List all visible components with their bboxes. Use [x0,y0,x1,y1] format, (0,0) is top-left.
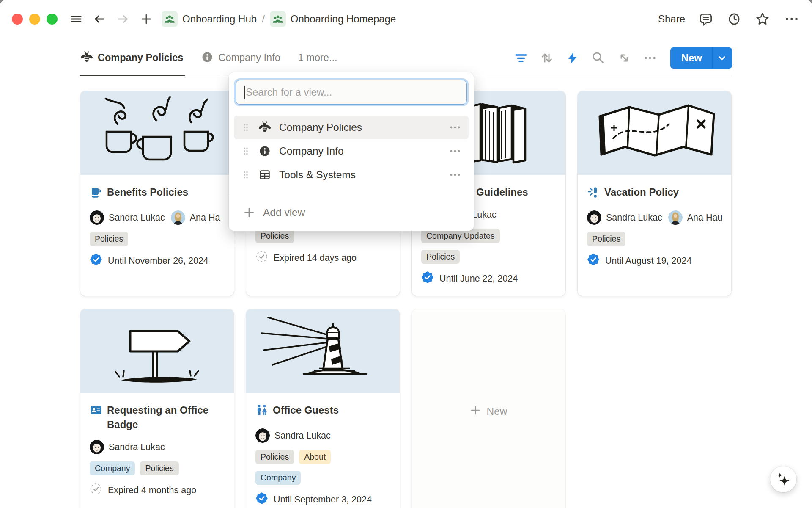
tag-policies: Policies [90,232,128,246]
status-text: Expired 4 months ago [108,485,196,496]
drag-handle-icon[interactable] [243,147,248,155]
info-icon [258,145,271,157]
card-cover-signpost [80,309,234,393]
filter-icon[interactable] [514,51,528,65]
view-toolbar: New [514,47,732,69]
ai-sparkle-button[interactable] [770,466,796,492]
search-icon[interactable] [591,51,606,65]
forward-arrow-icon[interactable] [116,12,130,26]
top-bar: Onboarding Hub / Onboarding Homepage Sha… [0,0,812,38]
sidebar-menu-icon[interactable] [69,12,83,26]
bee-icon [80,51,93,65]
view-row-label: Company Info [279,145,449,157]
table-icon [258,168,271,181]
person-name: Sandra Lukac [606,213,662,223]
new-card-label: New [486,406,507,417]
tab-label: Company Info [218,52,280,64]
person-name: Sandra Lukac [109,442,165,453]
favorite-star-icon[interactable] [755,11,770,27]
card-title-text: Vacation Policy [604,185,679,202]
tag-policies: Policies [255,450,294,464]
card-requesting-an-office-badge[interactable]: Requesting an Office BadgeSandra LukacCo… [80,309,234,508]
status-text: Until August 19, 2024 [605,256,691,266]
tab-company-policies[interactable]: Company Policies [80,40,183,76]
tag-row: PoliciesAbout [255,450,390,464]
view-row-menu-icon[interactable] [449,149,461,154]
view-search-input[interactable] [236,80,467,105]
window-controls [12,14,58,25]
card-office-guests[interactable]: Office GuestsSandra LukacPoliciesAboutCo… [246,309,400,508]
sort-icon[interactable] [540,51,554,65]
view-row-menu-icon[interactable] [449,172,461,177]
card-title-text: Requesting an Office Badge [107,403,225,432]
tag-row: Policies [587,232,722,246]
breadcrumb: Onboarding Hub / Onboarding Homepage [162,11,396,27]
drag-handle-icon[interactable] [243,123,248,132]
verified-icon [90,253,102,268]
verified-icon [255,492,268,507]
person-row: Sandra LukacAna Hau [587,210,730,225]
expand-view-icon[interactable] [617,51,631,65]
status-text: Until June 22, 2024 [439,273,518,284]
more-views-link[interactable]: 1 more... [298,52,337,64]
new-card-button[interactable]: New [412,309,565,508]
alert-icon [587,186,600,202]
zoom-window-button[interactable] [47,14,58,25]
close-window-button[interactable] [12,14,23,25]
tag-company-updates: Company Updates [421,229,500,243]
tag-policies: Policies [421,250,460,264]
view-row-tools-systems[interactable]: Tools & Systems [229,163,474,187]
info-icon [201,51,214,65]
person-name: Sandra Lukac [109,213,165,223]
dashed-check-icon [90,483,102,498]
view-tab-bar: Company Policies Company Info 1 more... [80,40,732,76]
breadcrumb-separator: / [262,13,265,25]
add-view-button[interactable]: Add view [229,196,474,229]
history-clock-icon[interactable] [727,11,742,27]
new-button[interactable]: New [670,47,732,69]
view-list: Company PoliciesCompany InfoTools & Syst… [229,116,474,187]
share-button[interactable]: Share [658,13,685,25]
tag-policies: Policies [255,229,294,243]
view-row-menu-icon[interactable] [449,125,461,130]
verified-icon [421,271,434,286]
tag-row: Policies [421,250,556,264]
view-row-company-policies[interactable]: Company Policies [234,116,469,139]
status-row: Expired 14 days ago [255,251,390,265]
card-benefits-policies[interactable]: Benefits PoliciesSandra LukacAna HaPolic… [80,91,234,296]
tag-row: Policies [255,229,390,243]
onboarding-hub-icon [162,11,178,27]
status-text: Expired 14 days ago [274,253,357,263]
more-options-icon[interactable] [783,12,800,26]
view-row-company-info[interactable]: Company Info [229,139,474,163]
onboarding-homepage-icon [270,11,286,27]
view-row-label: Tools & Systems [279,169,449,181]
topbar-actions: Share [658,11,800,27]
automations-lightning-icon[interactable] [565,51,580,65]
breadcrumb-page-link[interactable]: Onboarding Homepage [291,13,396,25]
tag-about: About [299,450,331,464]
card-body: Vacation PolicySandra LukacAna HauPolici… [578,185,731,268]
card-vacation-policy[interactable]: Vacation PolicySandra LukacAna HauPolici… [578,91,731,296]
tag-row: Policies [90,232,225,246]
tag-policies: Policies [140,461,178,475]
plus-icon [470,405,481,418]
comments-icon[interactable] [698,11,713,27]
tag-row: CompanyPolicies [90,461,225,475]
back-arrow-icon[interactable] [92,12,107,26]
tag-company: Company [90,461,135,475]
status-row: Until August 19, 2024 [587,254,722,268]
new-page-plus-icon[interactable] [140,12,153,26]
minimize-window-button[interactable] [29,14,40,25]
new-button-label: New [670,52,712,64]
chevron-down-icon[interactable] [713,53,732,63]
breadcrumb-hub-link[interactable]: Onboarding Hub [182,13,257,25]
tab-company-info[interactable]: Company Info [201,40,280,76]
drag-handle-icon[interactable] [243,171,248,179]
status-row: Until November 26, 2024 [90,254,225,268]
tag-row: Company [255,471,390,485]
status-row: Until June 22, 2024 [421,271,556,286]
person-row: Sandra Lukac [255,428,399,443]
view-options-ellipsis-icon[interactable] [643,51,657,65]
dashed-check-icon [255,250,268,265]
